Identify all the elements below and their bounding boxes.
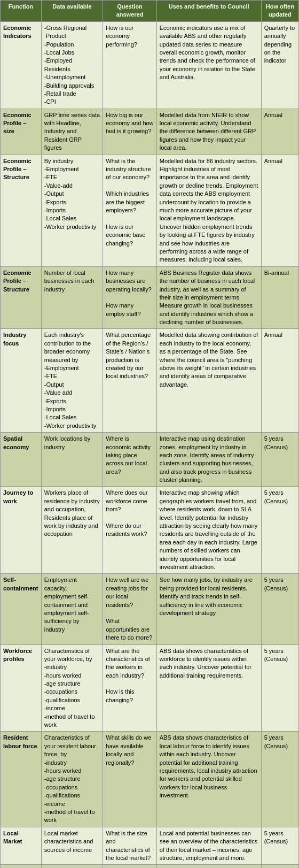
cell-uses: Local and potential businesses can see a… <box>156 827 261 865</box>
cell-question: How well are we creating jobs for our lo… <box>103 574 156 644</box>
cell-data: Number of local businesses in each indus… <box>41 266 103 329</box>
cell-data: Specific modules for Agriculture and Tou… <box>41 865 103 868</box>
table-row: Workforce profilesCharacteristics of you… <box>1 644 299 732</box>
cell-function: Resident labour force <box>1 732 42 827</box>
cell-question: How many businesses are operating locall… <box>103 266 156 329</box>
cell-function: Custom industries <box>1 865 42 868</box>
cell-freq: 5 years (Census) <box>261 433 298 487</box>
cell-uses: Interactive map showing which geographie… <box>156 487 261 574</box>
cell-data: Characteristics of your resident labour … <box>41 732 103 827</box>
cell-uses: Modelled data from NIEIR to show local e… <box>156 109 261 155</box>
cell-function: Local Market <box>1 827 42 865</box>
cell-data: Local market characteristics and sources… <box>41 827 103 865</box>
cell-uses: ABS data shows characteristics of workfo… <box>156 644 261 732</box>
cell-data: -Gross Regional Product -Population -Loc… <box>41 21 103 109</box>
table-row: Local MarketLocal market characteristics… <box>1 827 299 865</box>
table-row: Industry focusEach industry's contributi… <box>1 329 299 433</box>
cell-freq: 5 years (Census) <box>261 487 298 574</box>
cell-freq: 5 years (Census) <box>261 644 298 732</box>
cell-data: Work locations by industry <box>41 433 103 487</box>
cell-freq: Annual <box>261 155 298 266</box>
cell-data: Workers place of residence by industry a… <box>41 487 103 574</box>
header-question: Question answered <box>103 1 156 22</box>
header-function: Function <box>1 1 42 22</box>
table-row: Spatial economyWork locations by industr… <box>1 433 299 487</box>
cell-function: Industry focus <box>1 329 42 433</box>
cell-data: Each industry's contribution to the broa… <box>41 329 103 433</box>
cell-uses: Modelled data showing contribution of ea… <box>156 329 261 433</box>
cell-freq: Quarterly to annually depending on the i… <box>261 21 298 109</box>
table-row: Economic Profile – sizeGRP time series d… <box>1 109 299 155</box>
table-row: Economic Indicators-Gross Regional Produ… <box>1 21 299 109</box>
cell-function: Economic Indicators <box>1 21 42 109</box>
cell-freq: Annual <box>261 329 298 433</box>
table-row: Economic Profile – StructureBy industry … <box>1 155 299 266</box>
cell-freq: 5 years (Census) <box>261 574 298 644</box>
cell-freq: Bi-annual <box>261 266 298 329</box>
table-row: Journey to workWorkers place of residenc… <box>1 487 299 574</box>
table-row: Custom industriesSpecific modules for Ag… <box>1 865 299 868</box>
cell-question: What is the size and characteristics of … <box>103 827 156 865</box>
cell-uses: Modelled data for 86 industry sectors. H… <box>156 155 261 266</box>
cell-question: What are the characteristics of the work… <box>103 644 156 732</box>
table-row: Economic Profile – StructureNumber of lo… <box>1 266 299 329</box>
header-uses: Uses and benefits to Council <box>156 1 261 22</box>
header-freq: How often updated <box>261 1 298 22</box>
cell-question: What skills do we have available locally… <box>103 732 156 827</box>
main-table: Function Data available Question answere… <box>0 0 299 868</box>
cell-freq: 5 years (Census) <box>261 732 298 827</box>
cell-data: Characteristics of your workforce, by -i… <box>41 644 103 732</box>
cell-function: Economic Profile – Structure <box>1 266 42 329</box>
cell-question: What is the industry structure of our ec… <box>103 155 156 266</box>
cell-question: Where is economic activity taking place … <box>103 433 156 487</box>
table-row: Resident labour forceCharacteristics of … <box>1 732 299 827</box>
cell-function: Economic Profile – Structure <box>1 155 42 266</box>
cell-uses: ABS Business Register data shows the num… <box>156 266 261 329</box>
cell-uses: ABS data shows characteristics of local … <box>156 732 261 827</box>
cell-freq: 5 years (Census) <box>261 827 298 865</box>
cell-uses: Interactive map using destination zones,… <box>156 433 261 487</box>
cell-uses: Economic indicators use a mix of availab… <box>156 21 261 109</box>
cell-uses: Detailed industry information shows grow… <box>156 865 261 868</box>
cell-data: Employment capacity, employment self-con… <box>41 574 103 644</box>
cell-question: How is our economy performing? <box>103 21 156 109</box>
cell-question: How big is our economy and how fast is i… <box>103 109 156 155</box>
cell-function: Journey to work <box>1 487 42 574</box>
cell-freq: Annual to 5 years (Census) depending on … <box>261 865 298 868</box>
cell-function: Self-containment <box>1 574 42 644</box>
cell-function: Spatial economy <box>1 433 42 487</box>
cell-question: Where does our workforce come from? Wher… <box>103 487 156 574</box>
cell-data: By industry -Employment -FTE -Value-add … <box>41 155 103 266</box>
cell-data: GRP time series data with Headline, Indu… <box>41 109 103 155</box>
table-row: Self-containmentEmployment capacity, emp… <box>1 574 299 644</box>
cell-question: What percentage of the Region's / State'… <box>103 329 156 433</box>
cell-question: What are the characteristics of local ag… <box>103 865 156 868</box>
header-data: Data available <box>41 1 103 22</box>
cell-uses: See how many jobs, by industry are being… <box>156 574 261 644</box>
cell-freq: Annual <box>261 109 298 155</box>
cell-function: Workforce profiles <box>1 644 42 732</box>
cell-function: Economic Profile – size <box>1 109 42 155</box>
